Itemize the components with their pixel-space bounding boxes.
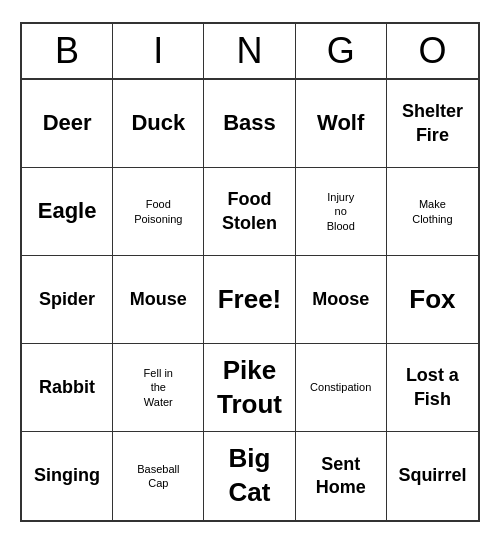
header-letter-g: G — [296, 24, 387, 78]
cell-text-9: Make Clothing — [412, 197, 452, 226]
cell-text-8: Injury no Blood — [327, 190, 355, 233]
bingo-cell-9: Make Clothing — [387, 168, 478, 256]
header-letter-b: B — [22, 24, 113, 78]
bingo-cell-21: Baseball Cap — [113, 432, 204, 520]
bingo-cell-4: Shelter Fire — [387, 80, 478, 168]
cell-text-15: Rabbit — [39, 376, 95, 399]
bingo-cell-11: Mouse — [113, 256, 204, 344]
bingo-header: BINGO — [22, 24, 478, 80]
cell-text-6: Food Poisoning — [134, 197, 182, 226]
cell-text-19: Lost a Fish — [406, 364, 459, 411]
bingo-cell-17: Pike Trout — [204, 344, 295, 432]
cell-text-1: Duck — [131, 109, 185, 138]
bingo-cell-10: Spider — [22, 256, 113, 344]
bingo-cell-15: Rabbit — [22, 344, 113, 432]
cell-text-24: Squirrel — [398, 464, 466, 487]
bingo-card: BINGO DeerDuckBassWolfShelter FireEagleF… — [20, 22, 480, 522]
cell-text-3: Wolf — [317, 109, 364, 138]
cell-text-11: Mouse — [130, 288, 187, 311]
cell-text-20: Singing — [34, 464, 100, 487]
bingo-cell-16: Fell in the Water — [113, 344, 204, 432]
bingo-cell-5: Eagle — [22, 168, 113, 256]
bingo-cell-2: Bass — [204, 80, 295, 168]
bingo-cell-23: Sent Home — [296, 432, 387, 520]
cell-text-10: Spider — [39, 288, 95, 311]
cell-text-17: Pike Trout — [217, 354, 282, 422]
cell-text-22: Big Cat — [229, 442, 271, 510]
cell-text-16: Fell in the Water — [144, 366, 173, 409]
bingo-cell-18: Constipation — [296, 344, 387, 432]
cell-text-2: Bass — [223, 109, 276, 138]
bingo-cell-22: Big Cat — [204, 432, 295, 520]
bingo-cell-12: Free! — [204, 256, 295, 344]
bingo-cell-14: Fox — [387, 256, 478, 344]
header-letter-n: N — [204, 24, 295, 78]
bingo-cell-19: Lost a Fish — [387, 344, 478, 432]
bingo-grid: DeerDuckBassWolfShelter FireEagleFood Po… — [22, 80, 478, 520]
cell-text-13: Moose — [312, 288, 369, 311]
cell-text-18: Constipation — [310, 380, 371, 394]
header-letter-i: I — [113, 24, 204, 78]
cell-text-23: Sent Home — [316, 453, 366, 500]
bingo-cell-8: Injury no Blood — [296, 168, 387, 256]
bingo-cell-24: Squirrel — [387, 432, 478, 520]
cell-text-4: Shelter Fire — [402, 100, 463, 147]
header-letter-o: O — [387, 24, 478, 78]
bingo-cell-3: Wolf — [296, 80, 387, 168]
cell-text-14: Fox — [409, 283, 455, 317]
bingo-cell-1: Duck — [113, 80, 204, 168]
cell-text-7: Food Stolen — [222, 188, 277, 235]
bingo-cell-20: Singing — [22, 432, 113, 520]
bingo-cell-0: Deer — [22, 80, 113, 168]
cell-text-21: Baseball Cap — [137, 462, 179, 491]
cell-text-0: Deer — [43, 109, 92, 138]
bingo-cell-6: Food Poisoning — [113, 168, 204, 256]
cell-text-12: Free! — [218, 283, 282, 317]
bingo-cell-7: Food Stolen — [204, 168, 295, 256]
cell-text-5: Eagle — [38, 197, 97, 226]
bingo-cell-13: Moose — [296, 256, 387, 344]
